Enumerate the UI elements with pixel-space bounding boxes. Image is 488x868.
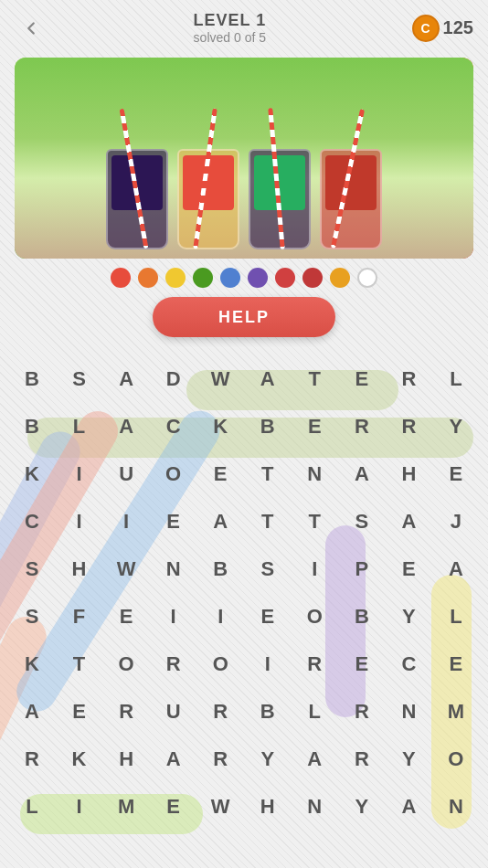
grid-cell-6-4[interactable]: O [199,640,241,688]
grid-cell-7-0[interactable]: A [11,688,53,736]
grid-cell-5-5[interactable]: E [247,593,289,640]
grid-cell-0-7[interactable]: E [341,355,383,403]
grid-cell-8-9[interactable]: O [435,736,477,783]
grid-cell-7-9[interactable]: M [435,688,477,736]
grid-cell-2-3[interactable]: O [153,450,195,498]
grid-cell-2-8[interactable]: H [387,450,430,498]
grid-cell-9-1[interactable]: I [58,783,101,831]
grid-cell-4-4[interactable]: B [199,545,241,593]
dot-2[interactable] [138,268,158,288]
grid-cell-2-7[interactable]: A [341,450,383,498]
grid-cell-0-4[interactable]: W [199,355,241,403]
grid-cell-8-1[interactable]: K [58,736,101,783]
grid-cell-5-0[interactable]: S [11,593,53,640]
grid-cell-8-4[interactable]: R [199,736,241,783]
grid-cell-2-0[interactable]: K [11,450,53,498]
back-button[interactable] [15,12,48,45]
grid-cell-8-7[interactable]: R [341,736,383,783]
grid-cell-5-7[interactable]: B [341,593,383,640]
grid-cell-1-2[interactable]: A [105,403,147,450]
grid-cell-4-3[interactable]: N [153,545,195,593]
grid-cell-1-9[interactable]: Y [435,403,477,450]
grid-cell-5-1[interactable]: F [58,593,101,640]
grid-cell-9-7[interactable]: Y [341,783,383,831]
grid-cell-0-3[interactable]: D [153,355,195,403]
grid-cell-0-6[interactable]: T [293,355,335,403]
grid-cell-8-2[interactable]: H [105,736,147,783]
grid-cell-3-5[interactable]: T [247,498,289,545]
grid-cell-8-5[interactable]: Y [247,736,289,783]
grid-cell-9-3[interactable]: E [153,783,195,831]
grid-cell-7-6[interactable]: L [293,688,335,736]
grid-cell-0-5[interactable]: A [247,355,289,403]
grid-cell-6-5[interactable]: I [247,640,289,688]
grid-cell-0-1[interactable]: S [58,355,101,403]
grid-cell-7-2[interactable]: R [105,688,147,736]
grid-cell-1-5[interactable]: B [247,403,289,450]
dot-3[interactable] [165,268,186,288]
dot-4[interactable] [193,268,213,288]
grid-cell-1-3[interactable]: C [153,403,195,450]
grid-cell-8-0[interactable]: R [11,736,53,783]
grid-cell-3-9[interactable]: J [435,498,477,545]
grid-cell-6-1[interactable]: T [58,640,101,688]
grid-cell-6-0[interactable]: K [11,640,53,688]
grid-cell-7-8[interactable]: N [387,688,430,736]
grid-cell-4-1[interactable]: H [58,545,101,593]
dot-10[interactable] [357,268,377,288]
grid-cell-1-1[interactable]: L [58,403,101,450]
grid-cell-8-6[interactable]: A [293,736,335,783]
grid-cell-9-5[interactable]: H [247,783,289,831]
grid-cell-5-6[interactable]: O [293,593,335,640]
grid-cell-3-7[interactable]: S [341,498,383,545]
grid-cell-4-2[interactable]: W [105,545,147,593]
grid-cell-2-4[interactable]: E [199,450,241,498]
grid-cell-0-9[interactable]: L [435,355,477,403]
grid-cell-1-7[interactable]: R [341,403,383,450]
grid-cell-0-0[interactable]: B [11,355,53,403]
grid-cell-7-4[interactable]: R [199,688,241,736]
grid-cell-5-4[interactable]: I [199,593,241,640]
grid-cell-1-6[interactable]: E [293,403,335,450]
grid-cell-7-1[interactable]: E [58,688,101,736]
dot-8[interactable] [302,268,323,288]
grid-cell-2-2[interactable]: U [105,450,147,498]
dot-7[interactable] [275,268,295,288]
grid-cell-3-3[interactable]: E [153,498,195,545]
grid-cell-7-7[interactable]: R [341,688,383,736]
grid-cell-6-8[interactable]: C [387,640,430,688]
grid-cell-6-2[interactable]: O [105,640,147,688]
grid-cell-5-2[interactable]: E [105,593,147,640]
grid-cell-1-8[interactable]: R [387,403,430,450]
grid-cell-3-1[interactable]: I [58,498,101,545]
grid-cell-4-8[interactable]: E [387,545,430,593]
dot-5[interactable] [220,268,240,288]
grid-cell-1-4[interactable]: K [199,403,241,450]
grid-cell-9-2[interactable]: M [105,783,147,831]
grid-cell-9-9[interactable]: N [435,783,477,831]
dot-9[interactable] [330,268,350,288]
grid-cell-4-9[interactable]: A [435,545,477,593]
grid-cell-5-8[interactable]: Y [387,593,430,640]
grid-cell-2-5[interactable]: T [247,450,289,498]
grid-cell-9-8[interactable]: A [387,783,430,831]
grid-cell-8-3[interactable]: A [153,736,195,783]
dot-6[interactable] [248,268,268,288]
grid-cell-9-0[interactable]: L [11,783,53,831]
grid-cell-1-0[interactable]: B [11,403,53,450]
grid-cell-3-6[interactable]: T [293,498,335,545]
grid-cell-4-7[interactable]: P [341,545,383,593]
grid-cell-4-0[interactable]: S [11,545,53,593]
grid-cell-9-4[interactable]: W [199,783,241,831]
grid-cell-7-3[interactable]: U [153,688,195,736]
grid-cell-6-9[interactable]: E [435,640,477,688]
grid-cell-5-3[interactable]: I [153,593,195,640]
grid-cell-3-2[interactable]: I [105,498,147,545]
grid-cell-9-6[interactable]: N [293,783,335,831]
grid-cell-5-9[interactable]: L [435,593,477,640]
grid-cell-2-9[interactable]: E [435,450,477,498]
grid-cell-2-1[interactable]: I [58,450,101,498]
grid-cell-6-7[interactable]: E [341,640,383,688]
grid-cell-4-5[interactable]: S [247,545,289,593]
grid-cell-3-4[interactable]: A [199,498,241,545]
